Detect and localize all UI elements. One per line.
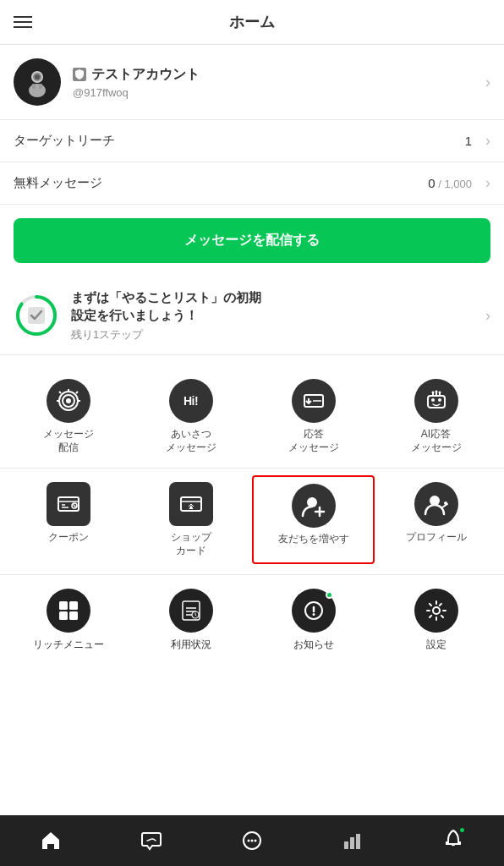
account-name: テストアカウント xyxy=(91,66,200,84)
nav-stats[interactable] xyxy=(342,830,364,852)
feature-response-label: 応答メッセージ xyxy=(288,428,339,454)
svg-point-58 xyxy=(247,840,249,842)
feature-message-delivery-label: メッセージ配信 xyxy=(43,428,94,454)
feature-profile-label: プロフィール xyxy=(406,531,467,545)
feature-message-delivery[interactable]: メッセージ配信 xyxy=(7,372,129,461)
stat-reach-chevron-icon: › xyxy=(485,132,490,150)
stat-message-value: 0 / 1,000 xyxy=(428,176,472,190)
feature-grid-2: クーポン ショップカード xyxy=(0,469,504,575)
settings-icon xyxy=(414,589,458,633)
svg-rect-63 xyxy=(356,834,360,849)
svg-line-17 xyxy=(59,392,61,393)
feature-shopcard[interactable]: ショップカード xyxy=(129,475,252,564)
shortcut-notice[interactable]: お知らせ xyxy=(252,589,375,652)
svg-rect-62 xyxy=(350,837,354,849)
svg-rect-46 xyxy=(59,611,68,620)
svg-point-26 xyxy=(431,392,434,394)
feature-ai-response-label: AI応答メッセージ xyxy=(411,428,462,454)
feature-profile[interactable]: プロフィール xyxy=(375,475,497,564)
svg-point-22 xyxy=(438,398,441,402)
stat-row-message[interactable]: 無料メッセージ 0 / 1,000 › xyxy=(0,162,504,205)
todo-chevron-icon: › xyxy=(485,307,490,325)
feature-shopcard-label: ショップカード xyxy=(171,531,211,557)
send-message-button[interactable]: メッセージを配信する xyxy=(14,218,490,263)
todo-title: まずは「やることリスト」の初期設定を行いましょう！ xyxy=(71,288,479,324)
svg-point-4 xyxy=(35,74,40,79)
greeting-icon: Hi! xyxy=(169,379,213,423)
svg-rect-45 xyxy=(69,601,78,610)
notice-icon xyxy=(292,589,336,633)
svg-point-12 xyxy=(66,398,71,403)
stat-reach-value: 1 xyxy=(465,134,472,148)
todo-section[interactable]: まずは「やることリスト」の初期設定を行いましょう！ 残り1ステップ › xyxy=(0,277,504,355)
svg-point-27 xyxy=(438,392,441,394)
feature-greeting[interactable]: Hi! あいさつメッセージ xyxy=(129,372,252,461)
shortcut-usage-label: 利用状況 xyxy=(171,638,211,652)
coupon-icon xyxy=(47,482,90,526)
feature-coupon[interactable]: クーポン xyxy=(7,475,129,564)
account-id: @917ffwoq xyxy=(73,86,479,99)
profile-icon xyxy=(414,482,458,526)
svg-point-28 xyxy=(435,391,437,393)
shortcut-notice-label: お知らせ xyxy=(293,638,334,652)
stat-row-reach[interactable]: ターゲットリーチ 1 › xyxy=(0,120,504,162)
nav-message[interactable] xyxy=(241,830,263,852)
feature-greeting-label: あいさつメッセージ xyxy=(166,428,216,454)
stat-reach-label: ターゲットリーチ xyxy=(14,133,465,149)
account-section[interactable]: テストアカウント @917ffwoq › xyxy=(0,45,504,120)
todo-content: まずは「やることリスト」の初期設定を行いましょう！ 残り1ステップ xyxy=(71,288,479,343)
shortcut-grid: リッチメニュー 利用状況 xyxy=(0,575,504,659)
svg-rect-44 xyxy=(59,601,68,610)
response-icon xyxy=(292,379,336,423)
nav-bell[interactable] xyxy=(442,828,464,853)
svg-line-16 xyxy=(76,392,78,393)
stat-message-label: 無料メッセージ xyxy=(14,175,428,191)
shortcut-settings[interactable]: 設定 xyxy=(375,589,497,652)
feature-grid-1: メッセージ配信 Hi! あいさつメッセージ 応答メッセージ xyxy=(0,355,504,469)
svg-point-43 xyxy=(444,502,447,505)
bottom-nav xyxy=(0,815,504,866)
todo-progress-ring xyxy=(14,293,59,338)
svg-point-56 xyxy=(433,607,440,614)
nav-chat[interactable] xyxy=(140,830,162,852)
ai-response-icon xyxy=(414,379,458,423)
todo-sub: 残り1ステップ xyxy=(71,327,479,343)
svg-rect-47 xyxy=(69,611,78,620)
account-chevron-icon: › xyxy=(485,74,490,91)
feature-ai-response[interactable]: AI応答メッセージ xyxy=(375,372,497,461)
shortcut-settings-label: 設定 xyxy=(426,638,446,652)
svg-point-55 xyxy=(312,613,315,616)
shield-icon xyxy=(73,68,86,81)
feature-add-friend-label: 友だちを増やす xyxy=(278,533,349,546)
header: ホーム xyxy=(0,0,504,45)
svg-rect-6 xyxy=(39,84,42,89)
nav-home[interactable] xyxy=(40,830,62,852)
richmenu-icon xyxy=(47,589,90,633)
svg-line-34 xyxy=(73,505,75,507)
feature-add-friend[interactable]: 友だちを増やす xyxy=(252,475,375,564)
svg-rect-5 xyxy=(32,84,36,89)
feature-coupon-label: クーポン xyxy=(48,531,89,545)
account-info: テストアカウント @917ffwoq xyxy=(73,66,479,99)
avatar xyxy=(14,58,61,106)
svg-point-60 xyxy=(254,840,256,842)
svg-point-21 xyxy=(431,398,435,402)
message-delivery-icon xyxy=(47,379,90,423)
svg-rect-61 xyxy=(344,841,348,849)
svg-point-59 xyxy=(250,840,253,842)
add-friend-icon xyxy=(292,484,336,528)
shopcard-icon xyxy=(169,482,213,526)
feature-response[interactable]: 応答メッセージ xyxy=(252,372,375,461)
menu-button[interactable] xyxy=(14,16,32,28)
usage-icon xyxy=(169,589,213,633)
shortcut-richmenu-label: リッチメニュー xyxy=(33,638,104,652)
svg-point-2 xyxy=(29,84,46,97)
page-title: ホーム xyxy=(229,12,275,32)
shortcut-usage[interactable]: 利用状況 xyxy=(129,589,252,652)
stat-message-chevron-icon: › xyxy=(485,174,490,192)
shortcut-richmenu[interactable]: リッチメニュー xyxy=(7,589,129,652)
